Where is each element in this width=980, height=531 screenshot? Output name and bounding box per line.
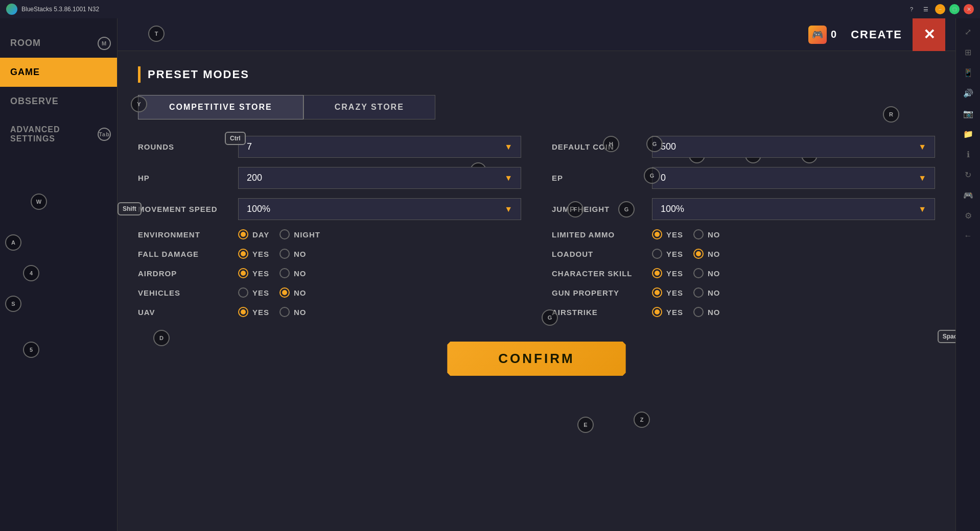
default-coin-select[interactable]: 500 ▼	[652, 136, 935, 158]
gun-property-yes-option[interactable]: YES	[652, 287, 683, 298]
character-skill-row: CHARACTER SKILL YES NO	[552, 268, 935, 278]
limited-ammo-no-radio[interactable]	[693, 229, 704, 239]
minimize-btn[interactable]: −	[935, 4, 945, 14]
loadout-no-radio[interactable]	[693, 249, 704, 259]
screen-icon[interactable]: 📱	[960, 64, 976, 81]
environment-label: ENVIRONMENT	[138, 230, 230, 239]
close-panel-button[interactable]: ✕	[913, 18, 945, 51]
confirm-button[interactable]: CONFIRM	[447, 342, 625, 376]
back-icon[interactable]: ←	[960, 228, 976, 244]
uav-yes-option[interactable]: YES	[238, 307, 269, 317]
environment-night-radio[interactable]	[279, 229, 290, 239]
page-content: Y R V 1 2 3 PRESET MODES COMPETITIVE STO…	[118, 51, 955, 531]
gun-property-radio-group: YES NO	[652, 287, 720, 298]
gun-property-no-radio[interactable]	[693, 287, 704, 298]
ep-label: EP	[552, 174, 644, 182]
environment-night-option[interactable]: NIGHT	[279, 229, 320, 239]
fall-damage-yes-radio[interactable]	[238, 249, 248, 259]
sidebar-item-game[interactable]: GAME	[0, 58, 117, 87]
uav-no-radio[interactable]	[279, 307, 290, 317]
window-close-btn[interactable]: ✕	[964, 4, 974, 14]
loadout-yes-option[interactable]: YES	[652, 249, 683, 259]
character-skill-yes-radio[interactable]	[652, 268, 662, 278]
fall-damage-yes-option[interactable]: YES	[238, 249, 269, 259]
sidebar-item-observe[interactable]: OBSERVE	[0, 87, 117, 116]
limited-ammo-yes-radio[interactable]	[652, 229, 662, 239]
sidebar-item-advanced[interactable]: ADVANCED SETTINGS Tab	[0, 116, 117, 153]
jump-height-select[interactable]: 100% ▼	[652, 198, 935, 220]
confirm-area: CONFIRM	[138, 342, 935, 376]
jump-height-row: JUMP HEIGHT 100% ▼	[552, 198, 935, 220]
gun-property-no-option[interactable]: NO	[693, 287, 720, 298]
vehicles-yes-option[interactable]: YES	[238, 287, 269, 298]
vehicles-yes-radio[interactable]	[238, 287, 248, 298]
environment-day-radio[interactable]	[238, 229, 248, 239]
uav-no-option[interactable]: NO	[279, 307, 307, 317]
vehicles-no-option[interactable]: NO	[279, 287, 307, 298]
hp-select[interactable]: 200 ▼	[238, 167, 521, 189]
limited-ammo-yes-option[interactable]: YES	[652, 229, 683, 239]
info-icon[interactable]: ℹ	[960, 146, 976, 162]
maximize-btn[interactable]: □	[949, 4, 960, 14]
loadout-no-option[interactable]: NO	[693, 249, 720, 259]
help-btn[interactable]: ?	[906, 4, 917, 14]
airdrop-yes-radio[interactable]	[238, 268, 248, 278]
folder-icon[interactable]: 📁	[960, 126, 976, 142]
create-button[interactable]: CREATE	[851, 28, 902, 41]
airstrike-row: AIRSTRIKE YES NO	[552, 307, 935, 317]
rounds-select[interactable]: 7 ▼	[238, 136, 521, 158]
kbd-5: 5	[23, 342, 39, 358]
airstrike-yes-option[interactable]: YES	[652, 307, 683, 317]
ep-select[interactable]: 0 ▼	[652, 167, 935, 189]
fall-damage-radio-group: YES NO	[238, 249, 307, 259]
sidebar: ROOM M GAME OBSERVE ADVANCED SETTINGS Ta…	[0, 18, 118, 531]
close-icon: ✕	[923, 26, 935, 43]
right-toolbar: ⤢ ⊞ 📱 🔊 📷 📁 ℹ ↻ 🎮 ⚙ ←	[955, 18, 980, 531]
airdrop-no-radio[interactable]	[279, 268, 290, 278]
fall-damage-no-radio[interactable]	[279, 249, 290, 259]
rotate-icon[interactable]: ↻	[960, 166, 976, 183]
menu-btn[interactable]: ☰	[921, 4, 931, 14]
volume-icon[interactable]: 🔊	[960, 85, 976, 101]
airstrike-no-radio[interactable]	[693, 307, 704, 317]
limited-ammo-row: LIMITED AMMO YES NO	[552, 229, 935, 239]
gun-property-yes-radio[interactable]	[652, 287, 662, 298]
preset-modes-header: PRESET MODES	[138, 66, 935, 83]
kbd-e: E	[577, 417, 594, 433]
camera-icon[interactable]: 📷	[960, 105, 976, 122]
tab-competitive[interactable]: COMPETITIVE STORE	[138, 95, 304, 119]
airstrike-label: AIRSTRIKE	[552, 308, 644, 317]
environment-day-option[interactable]: DAY	[238, 229, 269, 239]
airstrike-no-option[interactable]: NO	[693, 307, 720, 317]
character-skill-no-option[interactable]: NO	[693, 268, 720, 278]
fall-damage-no-option[interactable]: NO	[279, 249, 307, 259]
app-logo	[6, 4, 17, 15]
vehicles-no-radio[interactable]	[279, 287, 290, 298]
limited-ammo-no-option[interactable]: NO	[693, 229, 720, 239]
main-container: ROOM M GAME OBSERVE ADVANCED SETTINGS Ta…	[0, 18, 980, 531]
loadout-yes-radio[interactable]	[652, 249, 662, 259]
airdrop-no-option[interactable]: NO	[279, 268, 307, 278]
loadout-radio-group: YES NO	[652, 249, 720, 259]
movement-speed-select[interactable]: 100% ▼	[238, 198, 521, 220]
airstrike-yes-radio[interactable]	[652, 307, 662, 317]
gamepad-icon[interactable]: 🎮	[960, 187, 976, 203]
character-skill-yes-option[interactable]: YES	[652, 268, 683, 278]
character-skill-radio-group: YES NO	[652, 268, 720, 278]
sidebar-item-room[interactable]: ROOM M	[0, 29, 117, 58]
uav-row: UAV YES NO	[138, 307, 521, 317]
hp-row: HP 200 ▼	[138, 167, 521, 189]
loadout-row: LOADOUT YES NO	[552, 249, 935, 259]
kbd-w: W	[31, 194, 47, 210]
settings-gear-icon[interactable]: ⚙	[960, 207, 976, 224]
airdrop-yes-option[interactable]: YES	[238, 268, 269, 278]
hp-arrow-icon: ▼	[504, 174, 512, 183]
uav-yes-radio[interactable]	[238, 307, 248, 317]
layout-icon[interactable]: ⊞	[960, 44, 976, 60]
tab-crazy[interactable]: CRAZY STORE	[304, 95, 435, 119]
loadout-label: LOADOUT	[552, 250, 644, 258]
character-skill-no-radio[interactable]	[693, 268, 704, 278]
advanced-kbd-badge: Tab	[98, 128, 111, 141]
kbd-4: 4	[23, 265, 39, 281]
expand-icon[interactable]: ⤢	[960, 23, 976, 40]
